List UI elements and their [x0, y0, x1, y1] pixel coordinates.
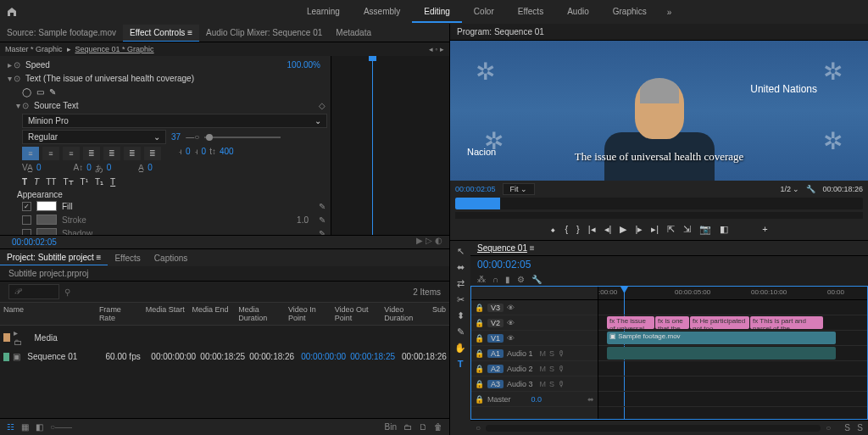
- all-caps[interactable]: TT: [46, 177, 56, 187]
- project-search[interactable]: 𝒫: [8, 284, 59, 299]
- align-left[interactable]: ≡: [22, 147, 39, 160]
- video-clip[interactable]: ▣ Sample footage.mov: [607, 332, 836, 344]
- column-header[interactable]: Video In Point: [285, 305, 331, 322]
- track-target[interactable]: V2: [487, 319, 504, 327]
- program-tc-right[interactable]: 00:00:18:26: [822, 185, 863, 193]
- column-header[interactable]: Media Start: [142, 305, 189, 322]
- go-in[interactable]: |◂: [588, 224, 596, 235]
- superscript[interactable]: T¹: [81, 177, 88, 187]
- small-caps[interactable]: Tᴛ: [63, 177, 73, 187]
- play[interactable]: ▶: [620, 224, 626, 235]
- icon-view-icon[interactable]: ▦: [21, 422, 29, 432]
- extract[interactable]: ⇲: [683, 224, 691, 235]
- link-icon[interactable]: ∩: [492, 275, 498, 284]
- subscript[interactable]: T₁: [95, 177, 103, 187]
- underline[interactable]: T: [110, 177, 115, 187]
- font-style-select[interactable]: Regular⌄: [22, 130, 166, 144]
- resolution-select[interactable]: 1/2 ⌄: [780, 185, 799, 193]
- button-editor[interactable]: +: [762, 224, 767, 235]
- workspace-tab-color[interactable]: Color: [462, 2, 506, 23]
- slip-tool[interactable]: ⬍: [457, 310, 465, 321]
- more-workspaces[interactable]: »: [659, 3, 681, 22]
- fill-swatch[interactable]: [36, 201, 57, 211]
- track-target[interactable]: V1: [487, 334, 504, 343]
- graphic-clip[interactable]: fx The issue of universal: [607, 316, 654, 329]
- toggle-track[interactable]: 👁: [507, 334, 515, 343]
- filter-icon[interactable]: ⚲: [64, 287, 70, 297]
- track-target[interactable]: A3: [487, 380, 504, 388]
- shadow-swatch[interactable]: [36, 228, 57, 235]
- panel-tab[interactable]: Effects: [108, 251, 147, 265]
- workspace-tab-learning[interactable]: Learning: [295, 2, 352, 23]
- stroke-checkbox[interactable]: [22, 215, 31, 225]
- align-right[interactable]: ≡: [63, 147, 80, 160]
- export-frame[interactable]: 📷: [699, 224, 711, 235]
- column-header[interactable]: Frame Rate: [96, 305, 142, 322]
- program-scrubber[interactable]: [455, 198, 863, 209]
- graphic-clip[interactable]: fx This is part and parcel of the: [750, 316, 823, 329]
- twist-icon[interactable]: ▾: [14, 101, 22, 110]
- shadow-checkbox[interactable]: [22, 229, 31, 236]
- toggle-track[interactable]: 👁: [507, 304, 515, 312]
- ripple-tool[interactable]: ⇄: [457, 278, 465, 289]
- project-item[interactable]: ▸ 🗀Media: [0, 326, 449, 349]
- mask-ellipse-icon[interactable]: ◯: [22, 87, 31, 97]
- wrench-icon[interactable]: 🔧: [531, 275, 542, 284]
- eyedropper-icon[interactable]: ✎: [319, 229, 326, 236]
- razor-tool[interactable]: ✂: [457, 294, 465, 305]
- timeline-tc[interactable]: 00:00:02:05: [477, 259, 531, 270]
- comparison[interactable]: ◧: [720, 224, 728, 235]
- panel-tab[interactable]: Effect Controls ≡: [123, 25, 199, 42]
- step-back[interactable]: ◂|: [604, 224, 612, 235]
- eyedropper-icon[interactable]: ✎: [319, 202, 326, 211]
- settings-icon[interactable]: ⚙: [517, 275, 525, 284]
- effect-playhead[interactable]: [372, 56, 373, 235]
- align-center[interactable]: ≡: [42, 147, 59, 160]
- workspace-tab-audio[interactable]: Audio: [555, 2, 601, 23]
- timeline-zoom[interactable]: [486, 425, 821, 432]
- track-target[interactable]: A1: [487, 349, 504, 358]
- leading[interactable]: 400: [220, 147, 234, 160]
- workspace-tab-assembly[interactable]: Assembly: [352, 2, 412, 23]
- step-fwd[interactable]: |▸: [635, 224, 643, 235]
- program-ruler[interactable]: [455, 212, 863, 219]
- fill-checkbox[interactable]: [22, 202, 31, 211]
- add-marker[interactable]: ⬥: [550, 224, 556, 235]
- align-justify[interactable]: ≣: [83, 147, 100, 160]
- stroke-swatch[interactable]: [36, 215, 57, 225]
- snap-icon[interactable]: ⁂: [477, 275, 486, 284]
- workspace-tab-graphics[interactable]: Graphics: [601, 2, 659, 23]
- speed-value[interactable]: 100.00%: [287, 60, 320, 70]
- twist-icon[interactable]: ▾: [5, 74, 14, 83]
- column-header[interactable]: Media End: [189, 305, 236, 322]
- track-target[interactable]: V3: [487, 304, 504, 312]
- toggle-track[interactable]: 👁: [507, 319, 515, 327]
- go-out[interactable]: ▸|: [651, 224, 659, 235]
- project-item[interactable]: ▣Sequence 0160.00 fps00:00:00:0000:00:18…: [0, 349, 449, 364]
- font-size-slider[interactable]: [204, 137, 281, 138]
- program-monitor[interactable]: ✲ ✲ ✲ ✲ United Nations Nacion The issue …: [450, 41, 868, 181]
- graphic-clip[interactable]: fx He participated not too: [690, 316, 749, 329]
- column-header[interactable]: Video Duration: [381, 305, 429, 322]
- column-header[interactable]: Video Out Point: [331, 305, 381, 322]
- align-last-right[interactable]: ≣: [144, 147, 161, 160]
- column-header[interactable]: Sub: [429, 305, 449, 322]
- twist-icon[interactable]: ▸: [5, 60, 14, 70]
- selection-tool[interactable]: ↖: [457, 246, 465, 257]
- align-last-center[interactable]: ≣: [124, 147, 141, 160]
- new-item-icon[interactable]: 🗋: [419, 422, 427, 432]
- column-header[interactable]: Name: [0, 305, 96, 322]
- trash-icon[interactable]: 🗑: [434, 422, 442, 432]
- faux-italic[interactable]: T: [34, 177, 39, 187]
- column-header[interactable]: Media Duration: [235, 305, 285, 322]
- mark-in[interactable]: {: [565, 224, 568, 235]
- align-last-left[interactable]: ≣: [103, 147, 120, 160]
- home-button[interactable]: [0, 0, 24, 24]
- list-view-icon[interactable]: ☷: [7, 422, 14, 432]
- new-bin-icon[interactable]: 🗀: [403, 422, 412, 432]
- mark-out[interactable]: }: [576, 224, 580, 235]
- track-target[interactable]: A2: [487, 365, 504, 373]
- panel-tab[interactable]: Audio Clip Mixer: Sequence 01: [199, 25, 329, 41]
- font-size[interactable]: 37: [171, 132, 181, 142]
- program-tc-left[interactable]: 00:00:02:05: [455, 185, 496, 193]
